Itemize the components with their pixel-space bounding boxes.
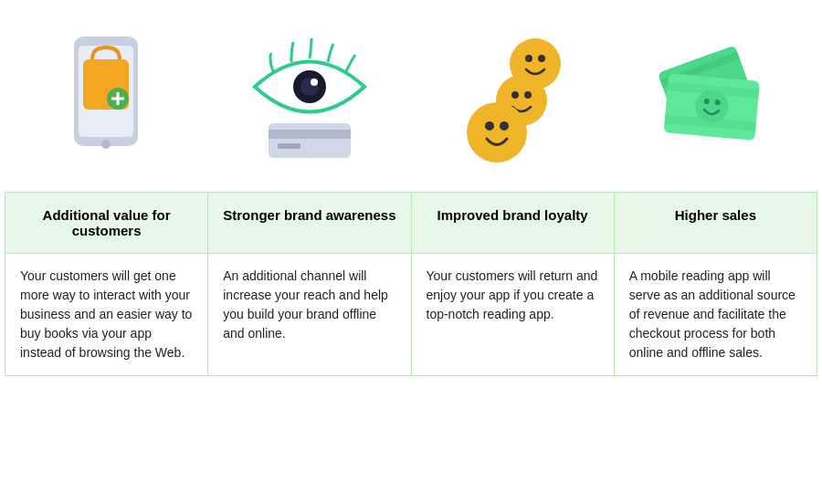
table-header-row: Additional value for customers Stronger … <box>5 193 817 254</box>
money-bills-icon <box>615 18 818 173</box>
cell-col-4: A mobile reading app will serve as an ad… <box>614 254 817 376</box>
icons-row <box>5 9 817 192</box>
main-container: Additional value for customers Stronger … <box>0 0 822 385</box>
svg-point-14 <box>525 55 532 62</box>
header-col-2: Stronger brand awareness <box>208 193 411 254</box>
svg-point-18 <box>524 91 532 99</box>
svg-point-2 <box>101 140 111 149</box>
svg-point-20 <box>485 121 494 131</box>
svg-point-21 <box>500 121 509 131</box>
cell-col-2: An additional channel will increase your… <box>208 254 411 376</box>
svg-point-15 <box>538 55 545 62</box>
svg-point-9 <box>311 79 318 86</box>
svg-point-19 <box>467 102 527 163</box>
cell-col-3: Your customers will return and enjoy you… <box>411 254 614 376</box>
cell-col-1: Your customers will get one more way to … <box>5 254 208 376</box>
header-col-4: Higher sales <box>614 193 817 254</box>
header-col-3: Improved brand loyalty <box>411 193 614 254</box>
emoji-faces-icon <box>411 18 615 173</box>
svg-rect-11 <box>269 130 351 139</box>
svg-rect-12 <box>278 143 300 149</box>
info-table: Additional value for customers Stronger … <box>5 192 817 376</box>
header-col-1: Additional value for customers <box>5 193 208 254</box>
svg-point-17 <box>511 91 519 99</box>
phone-shopping-icon <box>5 18 208 173</box>
eye-card-icon <box>208 18 412 173</box>
svg-rect-10 <box>269 123 351 158</box>
table-row: Your customers will get one more way to … <box>5 254 817 376</box>
